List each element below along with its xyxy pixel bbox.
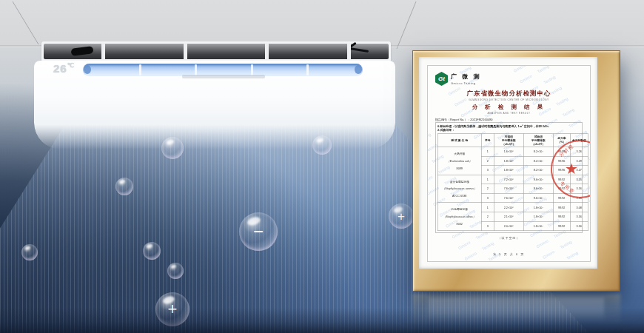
bubble [312,135,332,155]
cell-log: 3.16 [570,212,588,221]
cell-seq: 3 [481,221,494,231]
organism-name-cn: 大肠杆菌 [438,152,481,155]
cell-rate: 99.92 [553,212,570,221]
cell-seq: 2 [481,156,494,166]
intake-divider [101,43,105,60]
frame-reflection [412,294,620,333]
vent-divider [139,64,141,75]
certificate-paper: Gmicro Testing Gmicro Testing Gmicro Tes… [427,65,591,262]
cell-seq: 1 [481,203,494,212]
cell-control: 7.6×10⁶ [494,184,523,194]
cell-seq: 1 [481,147,494,157]
brand-text-faint [182,75,265,78]
cell-seq: 2 [481,212,494,221]
certificate-subtitle: 分 析 检 测 结 果 [435,104,583,111]
below-blank-note: （以下空白） [435,235,583,240]
organism-name-latin: （Escherichia coli） [438,159,481,163]
organism-strain: ATCC 6538 [438,194,481,198]
cell-control: 7.6×10⁶ [494,193,523,203]
cell-test: 1.8×10² [523,212,553,221]
bubble [167,263,184,279]
cell-test: 9.6×10² [523,184,553,194]
cell-log: 3.16 [570,221,588,231]
cell-test: 8.2×10² [523,156,553,166]
organism-name-latin: （Staphylococcus aureus） [438,187,481,191]
intake-divider [265,43,269,60]
col-test: 试验组 平均菌落数 （cfu/片） [523,134,553,147]
intake-grille [41,41,391,62]
cell-test: 9.6×10² [523,175,553,184]
cell-test: 8.2×10² [523,166,553,175]
cell-control: 2.1×10⁶ [494,212,523,221]
organism-strain: 8099 [438,166,481,170]
lab-logo: Gt 广 微 测 Gmicro Testing [435,72,583,86]
intake-divider [347,43,351,60]
result-label: 2.试验结果： [437,128,580,132]
page-footer: 第 5 页 共 6 页 [428,252,590,257]
cell-test: 8.2×10² [523,147,553,157]
bubble [115,178,133,195]
organism-cell: 金黄色葡萄球菌 （Staphylococcus aureus） ATCC 653… [437,175,481,203]
cell-test: 9.6×10² [523,193,553,203]
certificate-title: 广东省微生物分析检测中心 [435,89,583,98]
vent-divider [306,64,309,75]
cell-seq: 3 [481,166,494,175]
certificate-mat: Gmicro Testing Gmicro Testing Gmicro Tes… [419,57,597,269]
cell-control: 1.6×10⁶ [494,147,523,157]
cell-control: 7.2×10⁶ [494,175,523,184]
organism-name-cn: 金黄色葡萄球菌 [438,180,481,184]
organism-cell: 白色葡萄球菌 （Staphylococcus albus） 8032 [437,203,481,231]
vent-divider [251,64,253,75]
lab-name-en: Gmicro Testing [451,81,481,85]
organism-cell: 大肠杆菌 （Escherichia coli） 8099 [437,147,481,175]
cell-seq: 3 [481,193,494,203]
cell-seq: 1 [481,175,494,184]
intake-divider [184,43,187,60]
cell-rate: 99.92 [553,203,570,212]
organism-name-cn: 白色葡萄球菌 [438,208,481,212]
plus-icon: + [398,210,405,223]
cell-seq: 2 [481,184,494,194]
lab-logo-icon: Gt [435,72,448,86]
temperature-value: 26 [53,62,67,75]
ion-bubble-plus: + [389,204,414,229]
cell-log: 3.08 [570,203,588,212]
cell-control: 2.0×10⁶ [494,221,523,231]
ion-bubble-minus: − [239,212,278,251]
certificate-frame: Gmicro Testing Gmicro Testing Gmicro Tes… [412,50,620,292]
report-number: 报告编号（Report No.）：2021FM2160480 [435,118,583,122]
col-control: 对照组 平均菌落数 （cfu/片） [494,134,523,147]
bubble [21,244,38,260]
intake-grille-slots [44,44,389,59]
cell-control: 1.8×10⁶ [494,166,523,175]
cell-test: 1.8×10² [523,221,553,231]
air-conditioner-unit: 26℃ [34,38,397,149]
temperature-display: 26℃ [53,62,75,75]
cell-test: 1.8×10² [523,203,553,212]
bubble [143,242,161,260]
stamp-star-icon: ★ [565,160,578,177]
vent-divider [195,64,197,75]
cell-control: 2.2×10⁶ [494,203,523,212]
minus-icon: − [253,223,264,240]
cell-rate: 99.92 [553,221,570,231]
col-seq: 序号 [481,134,494,147]
organism-strain: 8032 [438,222,481,226]
promo-scene: 26℃ − + + Gmicro Testing Gmicro Testing … [0,0,644,333]
cell-control: 1.8×10⁶ [494,156,523,166]
organism-name-latin: （Staphylococcus albus） [438,215,481,218]
certificate-subtitle-en: ANALYSIS AND TEST RESULT [435,112,583,115]
bubble [161,137,184,159]
lab-name-cn: 广 微 测 [451,73,481,81]
lab-logo-monogram: Gt [438,75,445,82]
temperature-unit: ℃ [67,62,75,69]
table-row: 白色葡萄球菌 （Staphylococcus albus） 8032 1 2.2… [437,203,588,212]
col-organism: 测 试 微 生 物 [437,134,481,147]
certificate-title-en: GUANGDONG DETECTION CENTER OF MICROBIOLO… [435,98,583,101]
